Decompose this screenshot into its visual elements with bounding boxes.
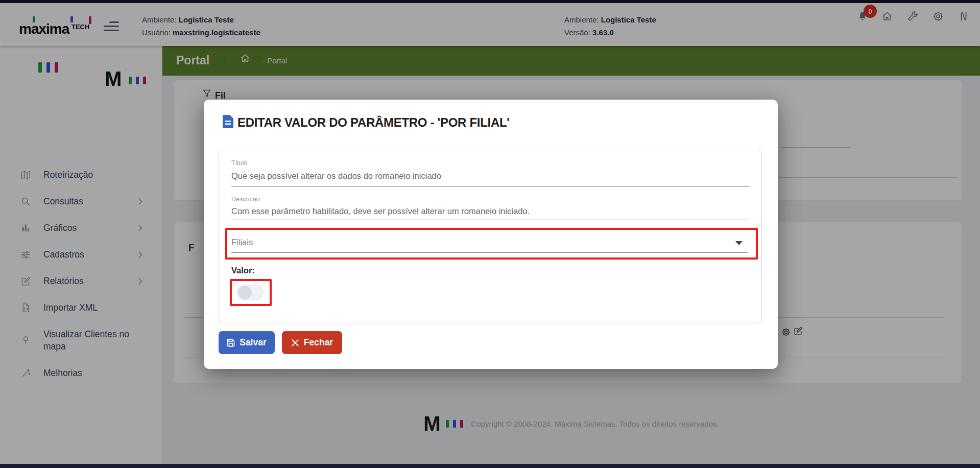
toggle-thumb — [238, 286, 252, 299]
x-icon — [291, 339, 299, 347]
save-button[interactable]: Salvar — [219, 331, 275, 354]
valor-label: Valor: — [231, 266, 255, 275]
titulo-label: Título — [231, 159, 247, 167]
floppy-disk-icon — [227, 339, 235, 347]
modal-title: EDITAR VALOR DO PARÂMETRO - 'POR FILIAL' — [237, 115, 510, 130]
titulo-underline — [231, 186, 750, 186]
descricao-underline — [231, 220, 750, 220]
valor-toggle-highlight — [230, 279, 272, 306]
titulo-field[interactable]: Que seja possível alterar os dados do ro… — [231, 171, 441, 181]
filiais-select[interactable]: Filiais — [231, 238, 253, 247]
valor-toggle-switch[interactable] — [236, 284, 264, 301]
document-icon — [223, 115, 233, 128]
edit-parameter-modal: EDITAR VALOR DO PARÂMETRO - 'POR FILIAL'… — [204, 100, 778, 369]
app-root: maxima TECH Ambiente: Logística Teste Us… — [0, 0, 980, 468]
save-button-label: Salvar — [240, 337, 267, 348]
modal-fields-card: Título Que seja possível alterar os dado… — [219, 150, 762, 323]
filiais-select-highlight: Filiais — [225, 228, 758, 260]
close-button[interactable]: Fechar — [282, 331, 342, 354]
descricao-field[interactable]: Com esse parâmetro habilitado, deve ser … — [231, 206, 530, 216]
filiais-underline — [231, 252, 748, 253]
caret-down-icon[interactable] — [735, 241, 743, 245]
close-button-label: Fechar — [304, 337, 333, 348]
descricao-label: Descricao — [231, 196, 260, 203]
